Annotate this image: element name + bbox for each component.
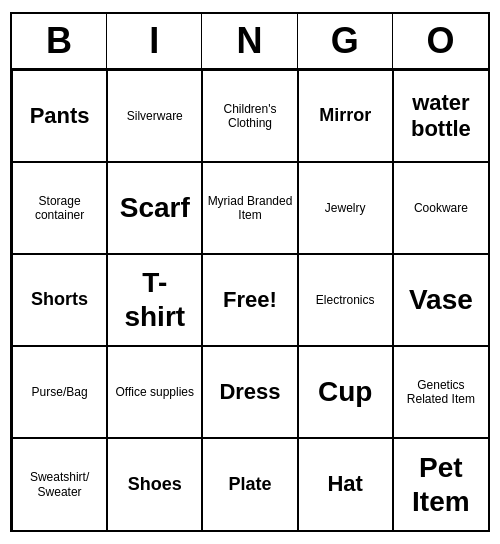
bingo-cell: Myriad Branded Item xyxy=(202,162,297,254)
header-letter: I xyxy=(107,14,202,68)
cell-text: T-shirt xyxy=(112,266,197,333)
bingo-cell: Jewelry xyxy=(298,162,393,254)
bingo-cell: Children's Clothing xyxy=(202,70,297,162)
header-letter: N xyxy=(202,14,297,68)
bingo-cell: Genetics Related Item xyxy=(393,346,488,438)
header-letter: G xyxy=(298,14,393,68)
bingo-cell: Hat xyxy=(298,438,393,530)
cell-text: water bottle xyxy=(398,90,484,143)
bingo-cell: Cookware xyxy=(393,162,488,254)
bingo-cell: Office supplies xyxy=(107,346,202,438)
cell-text: Office supplies xyxy=(116,385,195,399)
cell-text: Jewelry xyxy=(325,201,366,215)
bingo-cell: Plate xyxy=(202,438,297,530)
bingo-cell: Pet Item xyxy=(393,438,488,530)
bingo-cell: Pants xyxy=(12,70,107,162)
cell-text: Silverware xyxy=(127,109,183,123)
bingo-header: BINGO xyxy=(12,14,488,70)
cell-text: Dress xyxy=(219,379,280,405)
header-letter: O xyxy=(393,14,488,68)
bingo-cell: Vase xyxy=(393,254,488,346)
bingo-cell: Shoes xyxy=(107,438,202,530)
cell-text: Genetics Related Item xyxy=(398,378,484,407)
cell-text: Children's Clothing xyxy=(207,102,292,131)
bingo-cell: Storage container xyxy=(12,162,107,254)
cell-text: Storage container xyxy=(17,194,102,223)
bingo-cell: T-shirt xyxy=(107,254,202,346)
cell-text: Scarf xyxy=(120,191,190,225)
cell-text: Sweatshirt/ Sweater xyxy=(17,470,102,499)
bingo-cell: Silverware xyxy=(107,70,202,162)
cell-text: Vase xyxy=(409,283,473,317)
cell-text: Plate xyxy=(228,474,271,496)
bingo-cell: Free! xyxy=(202,254,297,346)
bingo-card: BINGO PantsSilverwareChildren's Clothing… xyxy=(10,12,490,532)
cell-text: Free! xyxy=(223,287,277,313)
cell-text: Pet Item xyxy=(398,451,484,518)
cell-text: Electronics xyxy=(316,293,375,307)
bingo-cell: water bottle xyxy=(393,70,488,162)
bingo-cell: Purse/Bag xyxy=(12,346,107,438)
bingo-cell: Sweatshirt/ Sweater xyxy=(12,438,107,530)
cell-text: Shoes xyxy=(128,474,182,496)
cell-text: Shorts xyxy=(31,289,88,311)
header-letter: B xyxy=(12,14,107,68)
bingo-cell: Mirror xyxy=(298,70,393,162)
cell-text: Mirror xyxy=(319,105,371,127)
bingo-grid: PantsSilverwareChildren's ClothingMirror… xyxy=(12,70,488,530)
bingo-cell: Dress xyxy=(202,346,297,438)
cell-text: Myriad Branded Item xyxy=(207,194,292,223)
bingo-cell: Electronics xyxy=(298,254,393,346)
cell-text: Hat xyxy=(327,471,362,497)
cell-text: Purse/Bag xyxy=(32,385,88,399)
bingo-cell: Scarf xyxy=(107,162,202,254)
cell-text: Pants xyxy=(30,103,90,129)
cell-text: Cup xyxy=(318,375,372,409)
bingo-cell: Shorts xyxy=(12,254,107,346)
bingo-cell: Cup xyxy=(298,346,393,438)
cell-text: Cookware xyxy=(414,201,468,215)
